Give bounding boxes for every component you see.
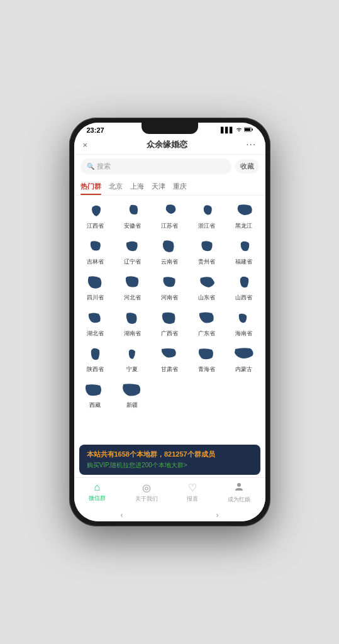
- province-map-shaanxi: [84, 345, 106, 364]
- province-item-neimenggu[interactable]: 内蒙古: [226, 343, 261, 376]
- province-name-hebei: 河北省: [124, 294, 141, 302]
- tab-shanghai[interactable]: 上海: [130, 178, 144, 195]
- province-item-zhejiang[interactable]: 浙江省: [189, 199, 224, 233]
- province-map-fujian: [233, 238, 255, 257]
- bottom-nav: ⌂ 微信群 ◎ 关于我们 ♡ 报喜 成为红娘: [74, 477, 265, 509]
- province-item-shanxi[interactable]: 山西省: [226, 271, 261, 304]
- province-item-qinghai[interactable]: 青海省: [189, 343, 224, 376]
- nav-congrats[interactable]: ♡ 报喜: [187, 482, 198, 504]
- province-item-jilin[interactable]: 吉林省: [78, 235, 113, 269]
- province-item-henan[interactable]: 河南省: [152, 271, 187, 304]
- app-header: × 众余缘婚恋 ···: [74, 135, 265, 155]
- province-item-xizang[interactable]: 西藏: [78, 379, 113, 412]
- notch: [142, 123, 198, 134]
- nav-matchmaker[interactable]: 成为红娘: [228, 482, 250, 504]
- banner[interactable]: 本站共有1658个本地群，821257个群成员 购买VIP,随机拉您进200个本…: [79, 445, 260, 475]
- province-map-xinjiang: [121, 381, 143, 400]
- province-item-liaoning[interactable]: 辽宁省: [115, 235, 150, 269]
- congrats-icon: ♡: [188, 482, 197, 494]
- province-item-gansu[interactable]: 甘肃省: [152, 343, 187, 376]
- province-item-guangxi[interactable]: 广西省: [152, 307, 187, 340]
- forward-gesture[interactable]: ›: [216, 511, 219, 519]
- more-button[interactable]: ···: [246, 139, 256, 150]
- about-icon: ◎: [142, 482, 151, 494]
- status-icons: ▋▋▋: [221, 127, 253, 133]
- province-item-fujian[interactable]: 福建省: [226, 235, 261, 269]
- collect-button[interactable]: 收藏: [235, 159, 259, 174]
- province-name-yunnan: 云南省: [161, 258, 178, 266]
- phone-frame: 23:27 ▋▋▋: [69, 118, 270, 526]
- province-map-jilin: [84, 238, 106, 257]
- province-item-sichuan[interactable]: 四川省: [78, 271, 113, 304]
- province-name-henan: 河南省: [161, 294, 178, 302]
- province-name-hainan: 海南省: [235, 330, 252, 338]
- province-name-guizhou: 贵州省: [198, 258, 215, 266]
- nav-about[interactable]: ◎ 关于我们: [135, 482, 158, 504]
- province-item-hebei[interactable]: 河北省: [115, 271, 150, 304]
- province-item-shaanxi[interactable]: 陕西省: [78, 343, 113, 376]
- home-icon: ⌂: [94, 482, 101, 493]
- province-item-yunnan[interactable]: 云南省: [152, 235, 187, 269]
- banner-vip-text[interactable]: 购买VIP,随机拉您进200个本地大群>: [87, 461, 253, 470]
- province-name-shandong: 山东省: [198, 294, 215, 302]
- province-item-anhui[interactable]: 安徽省: [115, 199, 150, 233]
- province-item-xinjiang[interactable]: 新疆: [115, 379, 150, 412]
- svg-rect-1: [252, 129, 253, 131]
- province-map-henan: [158, 274, 181, 292]
- province-name-jiangxi: 江西省: [87, 222, 104, 230]
- nav-congrats-label: 报喜: [187, 495, 198, 503]
- province-name-shaanxi: 陕西省: [87, 365, 104, 374]
- province-map-zhejiang: [196, 202, 218, 221]
- province-item-heilongjiang[interactable]: 黑龙江: [226, 199, 261, 233]
- tab-tianjin[interactable]: 天津: [152, 178, 165, 195]
- province-name-xinjiang: 新疆: [126, 401, 138, 409]
- svg-rect-2: [245, 128, 250, 131]
- province-name-gansu: 甘肃省: [161, 365, 178, 374]
- province-map-guangxi: [158, 309, 181, 328]
- province-item-jiangxi[interactable]: 江西省: [78, 199, 113, 233]
- province-name-neimenggu: 内蒙古: [235, 365, 252, 374]
- nav-wechat-label: 微信群: [89, 494, 106, 502]
- province-map-hebei: [121, 274, 143, 292]
- province-name-guangxi: 广西省: [161, 330, 178, 338]
- province-name-ningxia: 宁夏: [126, 365, 138, 374]
- province-name-qinghai: 青海省: [198, 365, 215, 374]
- province-item-shandong[interactable]: 山东省: [189, 271, 224, 304]
- province-map-shanxi: [233, 274, 255, 292]
- grid-inner: 江西省 安徽省 江苏省 浙江省 黑龙江: [78, 199, 262, 412]
- province-map-neimenggu: [233, 345, 255, 364]
- province-name-xizang: 西藏: [89, 401, 101, 409]
- province-name-zhejiang: 浙江省: [198, 222, 215, 230]
- province-name-guangdong: 广东省: [198, 330, 215, 338]
- province-name-shanxi: 山西省: [235, 294, 252, 302]
- banner-group-count: 1658: [114, 450, 130, 458]
- province-item-hainan[interactable]: 海南省: [226, 307, 261, 340]
- province-item-guizhou[interactable]: 贵州省: [189, 235, 224, 269]
- nav-about-label: 关于我们: [135, 495, 158, 503]
- province-item-guangdong[interactable]: 广东省: [189, 307, 224, 340]
- tab-chongqing[interactable]: 重庆: [173, 178, 187, 195]
- province-name-liaoning: 辽宁省: [124, 258, 141, 266]
- province-map-guizhou: [196, 238, 218, 257]
- province-item-jiangsu[interactable]: 江苏省: [152, 199, 187, 233]
- back-gesture[interactable]: ‹: [121, 511, 123, 519]
- status-time: 23:27: [87, 126, 104, 134]
- province-item-ningxia[interactable]: 宁夏: [115, 343, 150, 376]
- close-button[interactable]: ×: [83, 140, 88, 150]
- province-map-heilongjiang: [233, 202, 255, 221]
- search-bar: 🔍 搜索 收藏: [74, 155, 265, 178]
- banner-member-count: 821257: [164, 450, 187, 458]
- province-name-heilongjiang: 黑龙江: [235, 222, 252, 230]
- tab-hot[interactable]: 热门群: [81, 178, 101, 195]
- province-item-hubei[interactable]: 湖北省: [78, 307, 113, 340]
- banner-main: 本站共有1658个本地群，821257个群成员: [87, 450, 253, 459]
- province-item-hunan[interactable]: 湖南省: [115, 307, 150, 340]
- gesture-bar: ‹ ›: [74, 509, 265, 521]
- signal-icon: ▋▋▋: [221, 127, 234, 133]
- banner-prefix: 本站共有: [87, 450, 114, 458]
- search-input-wrap[interactable]: 🔍 搜索: [81, 158, 231, 174]
- nav-wechat[interactable]: ⌂ 微信群: [89, 482, 106, 504]
- tab-beijing[interactable]: 北京: [109, 178, 123, 195]
- province-map-yunnan: [158, 238, 181, 257]
- wifi-icon: [236, 127, 242, 133]
